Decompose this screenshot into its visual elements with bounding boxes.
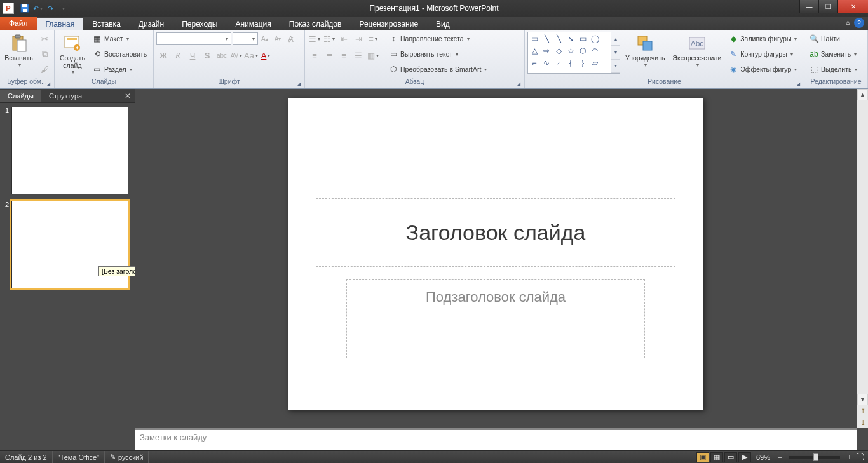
cut-button[interactable]: ✂ (37, 32, 51, 46)
language-indicator[interactable]: ✎ русский (105, 451, 149, 463)
tab-design[interactable]: Дизайн (130, 18, 173, 30)
subtitle-placeholder[interactable]: Подзаголовок слайда (346, 279, 645, 358)
align-center-button[interactable]: ≣ (322, 48, 336, 62)
slideshow-view-button[interactable]: ▶ (738, 452, 751, 462)
justify-button[interactable]: ☰ (351, 48, 365, 62)
section-button[interactable]: ▭Раздел▾ (90, 62, 149, 76)
title-placeholder[interactable]: Заголовок слайда (316, 198, 675, 267)
bold-button[interactable]: Ж (156, 48, 170, 62)
tab-view[interactable]: Вид (427, 18, 459, 30)
clipboard-dialog-launcher[interactable]: ◢ (46, 81, 50, 87)
normal-view-button[interactable]: ▣ (696, 452, 709, 462)
reading-view-button[interactable]: ▭ (724, 452, 737, 462)
shape-line2[interactable]: ╲ (553, 33, 564, 44)
prev-slide-button[interactable]: ⤒ (857, 405, 868, 417)
line-spacing-button[interactable]: ≡▾ (366, 32, 380, 46)
tab-insert[interactable]: Вставка (83, 18, 130, 30)
spacing-button[interactable]: AV▾ (229, 48, 243, 62)
shape-brace2[interactable]: } (577, 57, 588, 69)
font-dialog-launcher[interactable]: ◢ (297, 81, 301, 87)
qat-customize-button[interactable]: ▾ (57, 3, 69, 14)
maximize-button[interactable]: ❐ (818, 0, 837, 13)
tab-home[interactable]: Главная (37, 18, 84, 30)
paragraph-dialog-launcher[interactable]: ◢ (517, 81, 520, 87)
shapes-down[interactable]: ▾ (611, 46, 620, 59)
shape-callout[interactable]: ◠ (589, 45, 600, 57)
help-button[interactable]: ? (854, 18, 864, 28)
slide-editor[interactable]: Заголовок слайда Подзаголовок слайда (135, 89, 857, 428)
align-text-button[interactable]: ▭Выровнять текст▾ (386, 47, 489, 61)
shape-triangle[interactable]: △ (529, 45, 540, 57)
zoom-thumb[interactable] (813, 453, 818, 461)
shape-brace[interactable]: { (565, 57, 576, 69)
tab-file[interactable]: Файл (0, 17, 37, 30)
text-direction-button[interactable]: ↕Направление текста▾ (386, 32, 489, 46)
zoom-slider[interactable] (789, 456, 840, 459)
new-slide-button[interactable]: ✦ Создать слайд ▾ (57, 32, 88, 76)
quick-styles-button[interactable]: Abc Экспресс-стили▾ (670, 32, 724, 69)
increase-indent-button[interactable]: ⇥ (351, 32, 365, 46)
scroll-up[interactable]: ▲ (857, 89, 868, 100)
thumbnail-2[interactable]: 2 [Без заголовка] (3, 201, 132, 288)
save-button[interactable] (19, 3, 31, 14)
italic-button[interactable]: К (171, 48, 185, 62)
shrink-font-button[interactable]: A▾ (272, 32, 283, 46)
columns-button[interactable]: ▥▾ (366, 48, 380, 62)
shape-oval[interactable]: ◯ (589, 33, 600, 44)
fit-window-button[interactable]: ⛶ (855, 453, 864, 462)
grow-font-button[interactable]: A▴ (259, 32, 271, 46)
shape-textbox[interactable]: ▭ (529, 33, 540, 44)
shape-star[interactable]: ☆ (565, 45, 576, 57)
clear-format-button[interactable]: A̷ (285, 32, 296, 46)
scroll-track[interactable] (857, 100, 868, 394)
sorter-view-button[interactable]: ▦ (710, 452, 723, 462)
redo-button[interactable]: ↷ (44, 3, 56, 14)
shape-hex[interactable]: ⬡ (577, 45, 588, 57)
next-slide-button[interactable]: ⤓ (857, 417, 868, 428)
arrange-button[interactable]: Упорядочить▾ (623, 32, 667, 69)
panel-tab-slides[interactable]: Слайды (0, 90, 41, 102)
thumb-2-canvas[interactable]: [Без заголовка] (11, 201, 128, 288)
shape-action[interactable]: ▱ (589, 57, 600, 69)
select-button[interactable]: ⬚Выделить▾ (807, 62, 859, 76)
shape-curve[interactable]: ∿ (541, 57, 552, 69)
notes-pane[interactable]: Заметки к слайду (135, 428, 857, 450)
shapes-up[interactable]: ▴ (611, 32, 620, 46)
strike-button[interactable]: S (200, 48, 214, 62)
undo-button[interactable]: ↶▾ (32, 3, 43, 14)
tab-transitions[interactable]: Переходы (173, 18, 226, 30)
shape-fill-button[interactable]: ◆Заливка фигуры▾ (726, 32, 799, 46)
panel-tab-outline[interactable]: Структура (41, 90, 90, 102)
shape-freeform[interactable]: ⟋ (553, 57, 564, 69)
close-button[interactable]: ✕ (837, 0, 868, 13)
shape-arrow[interactable]: ↘ (565, 33, 576, 44)
reset-button[interactable]: ⟲Восстановить (90, 47, 149, 61)
zoom-out-button[interactable]: − (775, 453, 784, 462)
tab-animation[interactable]: Анимация (226, 18, 280, 30)
align-left-button[interactable]: ≡ (308, 48, 322, 62)
shape-connector[interactable]: ⌐ (529, 57, 540, 69)
tab-review[interactable]: Рецензирование (350, 18, 427, 30)
slide-canvas[interactable]: Заголовок слайда Подзаголовок слайда (288, 98, 703, 410)
shapes-more[interactable]: ▾ (611, 60, 620, 73)
underline-button[interactable]: Ч (186, 48, 200, 62)
font-family-combo[interactable]: ▾ (156, 32, 231, 45)
shape-effects-button[interactable]: ◉Эффекты фигур▾ (726, 62, 799, 76)
tab-slideshow[interactable]: Показ слайдов (280, 18, 351, 30)
scroll-down[interactable]: ▼ (857, 394, 868, 405)
drawing-dialog-launcher[interactable]: ◢ (796, 81, 800, 87)
panel-close-button[interactable]: ✕ (125, 91, 131, 100)
align-right-button[interactable]: ≡ (337, 48, 351, 62)
font-color-button[interactable]: A▾ (259, 48, 273, 62)
zoom-in-button[interactable]: + (845, 453, 854, 462)
decrease-indent-button[interactable]: ⇤ (337, 32, 351, 46)
shape-diamond[interactable]: ◇ (553, 45, 564, 57)
shape-outline-button[interactable]: ✎Контур фигуры▾ (726, 47, 799, 61)
thumbnail-1[interactable]: 1 (3, 107, 132, 194)
shape-arrow-r[interactable]: ⇨ (541, 45, 552, 57)
find-button[interactable]: 🔍Найти (807, 32, 859, 46)
font-size-combo[interactable]: ▾ (233, 32, 258, 45)
slide-indicator[interactable]: Слайд 2 из 2 (0, 451, 53, 463)
paste-button[interactable]: Вставить ▾ (3, 32, 35, 69)
copy-button[interactable]: ⧉ (37, 47, 51, 61)
